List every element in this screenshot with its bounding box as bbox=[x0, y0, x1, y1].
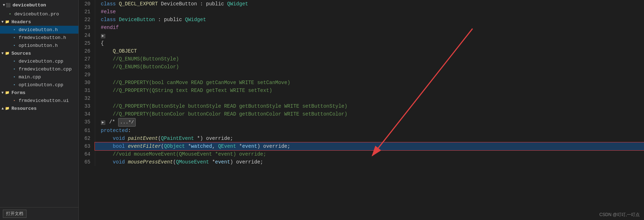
open-docs-btn[interactable]: 打开文档 bbox=[0, 207, 78, 220]
line-number: 29 bbox=[79, 71, 95, 79]
sidebar-item-frmdevicebutton-ui[interactable]: ▪ frmdevicebutton.ui bbox=[0, 97, 78, 104]
line-number: 62 bbox=[79, 135, 95, 142]
sidebar-label-frmdevicebutton-ui: frmdevicebutton.ui bbox=[19, 98, 69, 103]
line-content: //void mouseMoveEvent(QMouseEvent *event… bbox=[95, 150, 644, 158]
resources-folder-icon: 📁 bbox=[4, 106, 10, 111]
line-content: class DeviceButton : public QWidget bbox=[95, 16, 644, 24]
sidebar-label-resources: Resources bbox=[11, 106, 37, 111]
sources-folder-icon: 📁 bbox=[4, 50, 10, 56]
sidebar-label-headers: Headers bbox=[11, 19, 31, 25]
table-row: 24 ▶ bbox=[79, 31, 644, 39]
expand-btn-24[interactable]: ▶ bbox=[101, 34, 105, 38]
sidebar-section-resources[interactable]: ▶ 📁 Resources bbox=[0, 104, 78, 112]
line-number: 63 bbox=[79, 142, 95, 150]
code-table: 20 class Q_DECL_EXPORT DeviceButton : pu… bbox=[79, 0, 644, 166]
line-number: 34 bbox=[79, 110, 95, 118]
line-content bbox=[95, 71, 644, 79]
sources-expand-icon: ▼ bbox=[1, 52, 4, 55]
line-number: 21 bbox=[79, 8, 95, 16]
sidebar-label-devicebutton-cpp: devicebutton.cpp bbox=[19, 59, 63, 64]
file-ui-icon: ▪ bbox=[11, 98, 17, 103]
line-content: { bbox=[95, 39, 644, 47]
table-row: 28 //Q_ENUMS(ButtonColor) bbox=[79, 63, 644, 71]
sidebar-label-optionbutton-h: optionbutton.h bbox=[19, 43, 58, 48]
table-row: 64 //void mouseMoveEvent(QMouseEvent *ev… bbox=[79, 150, 644, 158]
line-content: class Q_DECL_EXPORT DeviceButton : publi… bbox=[95, 0, 644, 8]
collapsed-block[interactable]: ...*/ bbox=[118, 118, 136, 127]
headers-folder-icon: 📁 bbox=[4, 19, 10, 25]
file-cpp-icon-2: ▪ bbox=[11, 66, 17, 72]
table-row: 22 class DeviceButton : public QWidget bbox=[79, 16, 644, 24]
project-title-row[interactable]: ▼ ⬛ devicebutton bbox=[0, 0, 78, 10]
line-number: 33 bbox=[79, 102, 95, 110]
forms-expand-icon: ▼ bbox=[1, 91, 4, 95]
line-content: void mousePressEvent(QMouseEvent *event)… bbox=[95, 158, 644, 166]
table-row: 33 //Q_PROPERTY(ButtonStyle buttonStyle … bbox=[79, 102, 644, 110]
line-number: 22 bbox=[79, 16, 95, 24]
line-number: 26 bbox=[79, 47, 95, 55]
resources-expand-icon: ▶ bbox=[0, 107, 5, 109]
line-content: ▶ bbox=[95, 31, 644, 39]
file-cpp-icon-3: ▪ bbox=[11, 74, 17, 80]
sidebar-label-optionbutton-cpp: optionbutton.cpp bbox=[19, 82, 63, 88]
table-row: 29 bbox=[79, 71, 644, 79]
table-row: 27 //Q_ENUMS(ButtonStyle) bbox=[79, 55, 644, 63]
sidebar-item-optionbutton-h[interactable]: ▪ optionbutton.h bbox=[0, 41, 78, 49]
sidebar-item-devicebutton-h[interactable]: ▪ devicebutton.h bbox=[0, 26, 78, 34]
sidebar-item-optionbutton-cpp[interactable]: ▪ optionbutton.cpp bbox=[0, 81, 78, 89]
project-title-label: devicebutton bbox=[13, 3, 46, 8]
line-content: protected: bbox=[95, 127, 644, 135]
line-content: Q_OBJECT bbox=[95, 47, 644, 55]
line-content: //Q_ENUMS(ButtonColor) bbox=[95, 63, 644, 71]
line-content bbox=[95, 94, 644, 102]
sidebar-section-headers[interactable]: ▼ 📁 Headers bbox=[0, 18, 78, 26]
line-content: //Q_PROPERTY(QString text READ getText W… bbox=[95, 87, 644, 94]
line-number: 23 bbox=[79, 24, 95, 31]
line-number: 20 bbox=[79, 0, 95, 8]
sidebar-section-forms[interactable]: ▼ 📁 Forms bbox=[0, 89, 78, 97]
line-content: void paintEvent(QPaintEvent *) override; bbox=[95, 135, 644, 142]
expand-btn-35[interactable]: ▶ bbox=[101, 121, 105, 125]
line-number: 32 bbox=[79, 94, 95, 102]
sidebar-item-pro[interactable]: ▪ devicebutton.pro bbox=[0, 10, 78, 18]
table-row: 26 Q_OBJECT bbox=[79, 47, 644, 55]
sidebar: ▼ ⬛ devicebutton ▪ devicebutton.pro ▼ 📁 … bbox=[0, 0, 79, 220]
line-number: 31 bbox=[79, 87, 95, 94]
table-row: 35 ▶ /* ...*/ bbox=[79, 118, 644, 127]
line-number: 28 bbox=[79, 63, 95, 71]
table-row: 32 bbox=[79, 94, 644, 102]
headers-expand-icon: ▼ bbox=[1, 20, 4, 24]
table-row: 20 class Q_DECL_EXPORT DeviceButton : pu… bbox=[79, 0, 644, 8]
table-row: 25 { bbox=[79, 39, 644, 47]
sidebar-item-frmdevicebutton-cpp[interactable]: ▪ frmdevicebutton.cpp bbox=[0, 65, 78, 73]
forms-folder-icon: 📁 bbox=[4, 90, 10, 96]
open-docs-button[interactable]: 打开文档 bbox=[3, 210, 26, 218]
project-expand-icon: ▼ bbox=[3, 3, 5, 7]
line-content: #endif bbox=[95, 24, 644, 31]
line-number: 25 bbox=[79, 39, 95, 47]
table-row: 30 //Q_PROPERTY(bool canMove READ getCan… bbox=[79, 79, 644, 87]
sidebar-label-sources: Sources bbox=[11, 51, 31, 56]
table-row: 61 protected: bbox=[79, 127, 644, 135]
file-cpp-icon-1: ▪ bbox=[11, 58, 17, 64]
line-number: 30 bbox=[79, 79, 95, 87]
sidebar-section-sources[interactable]: ▼ 📁 Sources bbox=[0, 49, 78, 57]
table-row: 23 #endif bbox=[79, 24, 644, 31]
table-row: 65 void mousePressEvent(QMouseEvent *eve… bbox=[79, 158, 644, 166]
line-number: 61 bbox=[79, 127, 95, 135]
table-row: 31 //Q_PROPERTY(QString text READ getTex… bbox=[79, 87, 644, 94]
line-number: 35 bbox=[79, 118, 95, 127]
line-number: 64 bbox=[79, 150, 95, 158]
line-content-highlighted: bool eventFilter(QObject *watched, QEven… bbox=[95, 142, 644, 150]
sidebar-item-devicebutton-cpp[interactable]: ▪ devicebutton.cpp bbox=[0, 57, 78, 65]
project-icon: ⬛ bbox=[6, 3, 11, 8]
code-editor: 20 class Q_DECL_EXPORT DeviceButton : pu… bbox=[79, 0, 644, 220]
line-content: //Q_PROPERTY(bool canMove READ getCanMov… bbox=[95, 79, 644, 87]
sidebar-item-main-cpp[interactable]: ▪ main.cpp bbox=[0, 73, 78, 81]
line-number: 65 bbox=[79, 158, 95, 166]
table-row: 21 #else bbox=[79, 8, 644, 16]
table-row: 62 void paintEvent(QPaintEvent *) overri… bbox=[79, 135, 644, 142]
file-cpp-icon-4: ▪ bbox=[11, 82, 17, 88]
line-content: //Q_PROPERTY(ButtonColor buttonColor REA… bbox=[95, 110, 644, 118]
sidebar-item-frmdevicebutton-h[interactable]: ▪ frmdevicebutton.h bbox=[0, 34, 78, 41]
